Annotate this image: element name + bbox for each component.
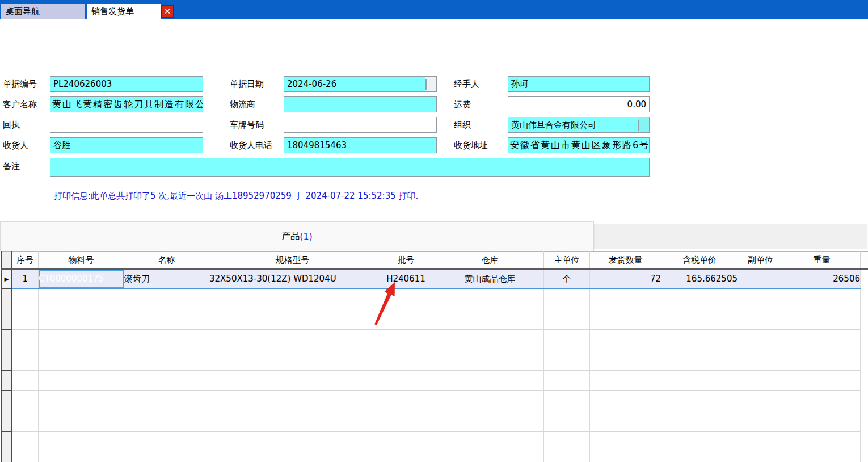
- grid-cell-empty: [12, 391, 39, 411]
- cell-weight[interactable]: 26506: [783, 269, 861, 289]
- grid-cell-empty: [783, 330, 861, 350]
- col-header-seq[interactable]: 序号: [12, 252, 39, 269]
- grid-cell-empty: [783, 289, 861, 309]
- grid-cell-empty: [12, 411, 39, 432]
- grid-cell-empty: [39, 371, 124, 391]
- consignee-label: 收货人: [3, 140, 28, 151]
- tab-products[interactable]: 产品(1): [0, 221, 594, 251]
- grid-cell-empty: [436, 350, 544, 371]
- cell-warehouse[interactable]: 黄山成品仓库: [436, 269, 544, 289]
- grid-cell-empty: [124, 452, 209, 462]
- grid-cell-empty: [124, 411, 209, 432]
- grid-cell-filler: [861, 289, 868, 309]
- organization-field[interactable]: 黄山伟旦合金有限公司: [508, 117, 650, 133]
- address-field[interactable]: 安徽省黄山市黄山区象形路6号: [508, 137, 650, 153]
- chevron-down-icon: [638, 120, 639, 131]
- grid-cell-empty: [783, 391, 861, 411]
- grid-cell-empty: [376, 330, 436, 350]
- grid-cell-empty: [209, 350, 376, 371]
- handler-label: 经手人: [454, 79, 479, 90]
- col-header-spec[interactable]: 规格型号: [209, 252, 376, 269]
- col-header-weight[interactable]: 重量: [783, 252, 861, 269]
- grid-cell-empty: [209, 452, 376, 462]
- grid-cell-empty: [39, 289, 124, 309]
- tab-desktop-navigation[interactable]: 桌面导航: [1, 4, 85, 19]
- handler-field[interactable]: 孙珂: [508, 76, 650, 92]
- grid-cell-empty: [783, 432, 861, 452]
- cell-price[interactable]: 165.662505: [661, 269, 738, 289]
- cell-unit[interactable]: 个: [544, 269, 590, 289]
- col-header-warehouse[interactable]: 仓库: [436, 252, 544, 269]
- grid-cell-empty: [738, 330, 783, 350]
- grid-cell-empty: [12, 309, 39, 330]
- grid-cell-empty: [590, 411, 661, 432]
- grid-cell-empty: [436, 309, 544, 330]
- grid-row-indicator-cell: [2, 411, 12, 432]
- cell-seq[interactable]: 1: [12, 269, 39, 289]
- close-tab-icon[interactable]: ✕: [161, 5, 174, 18]
- grid-empty-row: [2, 350, 868, 371]
- col-header-name[interactable]: 名称: [124, 252, 209, 269]
- grid-cell-empty: [39, 391, 124, 411]
- grid-cell-empty: [590, 371, 661, 391]
- grid-cell-empty: [39, 452, 124, 462]
- receipt-field[interactable]: [50, 117, 203, 133]
- col-header-unit[interactable]: 主单位: [544, 252, 590, 269]
- grid-cell-empty: [544, 391, 590, 411]
- cell-qty[interactable]: 72: [590, 269, 661, 289]
- grid-cell-empty: [12, 330, 39, 350]
- plate-no-field[interactable]: [284, 117, 437, 133]
- col-header-material[interactable]: 物料号: [39, 252, 124, 269]
- grid-cell-filler: [861, 452, 868, 462]
- doc-date-field[interactable]: 2024-06-26: [284, 76, 437, 92]
- cell-material-no-selected[interactable]: CT0000000175: [39, 269, 124, 289]
- cell-name[interactable]: 滚齿刀: [124, 269, 209, 289]
- grid-cell-empty: [124, 371, 209, 391]
- tab-sales-delivery-order[interactable]: 销售发货单: [87, 4, 161, 19]
- grid-cell-empty: [376, 411, 436, 432]
- doc-date-label: 单据日期: [230, 79, 264, 90]
- col-header-qty[interactable]: 发货数量: [590, 252, 661, 269]
- freight-field[interactable]: 0.00: [508, 96, 650, 112]
- cell-spec[interactable]: 32X50X13-30(12Z) WD1204U: [209, 269, 376, 289]
- grid-cell-empty: [436, 330, 544, 350]
- col-header-subunit[interactable]: 副单位: [738, 252, 783, 269]
- customer-label: 客户名称: [3, 99, 37, 110]
- organization-dropdown-button[interactable]: [638, 117, 649, 132]
- grid-empty-row: [2, 309, 868, 330]
- grid-empty-row: [2, 289, 868, 309]
- grid-cell-empty: [590, 289, 661, 309]
- grid-empty-row: [2, 452, 868, 462]
- grid-cell-empty: [783, 452, 861, 462]
- annotation-arrow-icon: [366, 277, 406, 331]
- remark-label: 备注: [3, 161, 20, 172]
- doc-date-dropdown-button[interactable]: [425, 77, 436, 91]
- grid-cell-empty: [39, 432, 124, 452]
- grid-cell-empty: [544, 330, 590, 350]
- col-header-batch[interactable]: 批号: [376, 252, 436, 269]
- grid-cell-empty: [738, 452, 783, 462]
- grid-cell-empty: [738, 371, 783, 391]
- grid-cell-empty: [590, 432, 661, 452]
- customer-field[interactable]: 黄山飞黄精密齿轮刀具制造有限公司: [50, 96, 203, 112]
- doc-no-field[interactable]: PL240626003: [50, 76, 203, 92]
- grid-header-row: 序号 物料号 名称 规格型号 批号 仓库 主单位 发货数量 含税单价 副单位 重…: [2, 252, 868, 269]
- address-label: 收货地址: [454, 140, 488, 151]
- consignee-field[interactable]: 谷胜: [50, 137, 203, 153]
- grid-cell-empty: [661, 371, 738, 391]
- row-indicator-icon[interactable]: ▶: [2, 269, 12, 289]
- grid-cell-empty: [376, 432, 436, 452]
- grid-cell-empty: [544, 350, 590, 371]
- doc-date-value: 2024-06-26: [287, 77, 422, 91]
- logistics-field[interactable]: [284, 96, 437, 112]
- consignee-tel-field[interactable]: 18049815463: [284, 137, 437, 153]
- grid-cell-empty: [544, 411, 590, 432]
- organization-label: 组织: [454, 120, 471, 131]
- cell-subunit[interactable]: [738, 269, 783, 289]
- grid-cell-empty: [12, 452, 39, 462]
- grid-cell-empty: [544, 371, 590, 391]
- remark-field[interactable]: [50, 158, 650, 177]
- grid-cell-empty: [783, 371, 861, 391]
- grid-cell-empty: [209, 411, 376, 432]
- col-header-price[interactable]: 含税单价: [661, 252, 738, 269]
